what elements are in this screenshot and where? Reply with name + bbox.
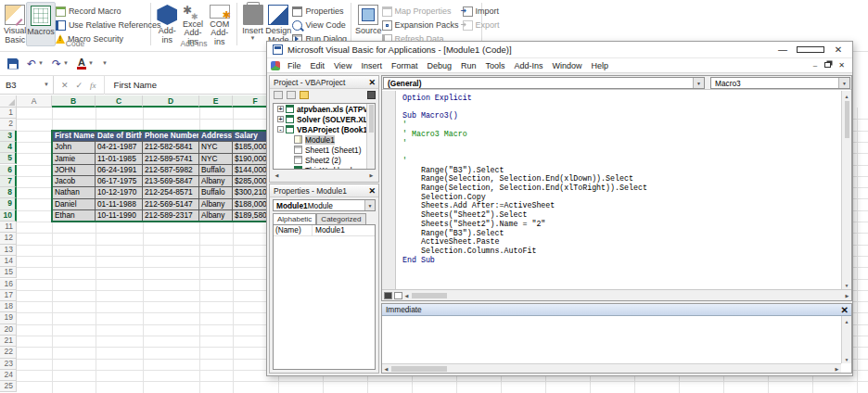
column-header-B[interactable]: B xyxy=(52,95,96,108)
scroll-right-icon[interactable]: ▶ xyxy=(833,366,841,372)
select-all-corner[interactable] xyxy=(0,95,17,108)
data-table[interactable]: First NameDate of BirthPhone NumberAddre… xyxy=(52,131,278,222)
mdi-minimize-button[interactable]: – xyxy=(813,61,817,70)
scroll-right-icon[interactable]: ▶ xyxy=(843,293,851,298)
table-cell[interactable]: 06-17-1975 xyxy=(96,176,143,187)
menu-view[interactable]: View xyxy=(329,61,356,70)
insert-function-icon[interactable]: fx xyxy=(90,81,96,90)
project-tree-item[interactable]: Sheet1 (Sheet1) xyxy=(274,145,375,155)
import-button[interactable]: Import xyxy=(463,6,500,17)
table-cell[interactable]: Nathan xyxy=(52,187,96,198)
close-button[interactable]: ✕ xyxy=(824,42,852,58)
record-macro-button[interactable]: Record Macro xyxy=(56,6,161,17)
table-header-cell[interactable]: First Name xyxy=(52,131,96,142)
close-icon[interactable]: ✕ xyxy=(368,78,376,87)
table-cell[interactable]: John xyxy=(52,142,96,153)
code-editor[interactable]: Option Explicit Sub Macro3()'' Macro3 Ma… xyxy=(382,91,851,289)
table-cell[interactable]: 06-24-1991 xyxy=(96,165,143,176)
row-header-19[interactable]: 19 xyxy=(0,312,17,323)
use-relative-references-button[interactable]: Use Relative References xyxy=(56,19,161,31)
immediate-vscrollbar[interactable]: ▲ ▼ xyxy=(841,316,851,363)
table-header-cell[interactable]: Phone Number xyxy=(143,131,199,142)
table-cell[interactable]: Albany xyxy=(199,199,233,210)
table-cell[interactable]: 11-01-1985 xyxy=(96,154,143,165)
table-cell[interactable]: Albany xyxy=(199,176,233,187)
table-header-cell[interactable]: Date of Birth xyxy=(96,131,143,142)
menu-tools[interactable]: Tools xyxy=(480,61,509,70)
row-header-15[interactable]: 15 xyxy=(0,267,17,278)
minimize-button[interactable]: — xyxy=(769,42,797,58)
menu-format[interactable]: Format xyxy=(387,61,423,70)
object-selector[interactable]: Module1 Module ▼ xyxy=(273,199,376,211)
row-header-18[interactable]: 18 xyxy=(0,301,17,312)
column-header-D[interactable]: D xyxy=(143,95,199,108)
maximize-button[interactable] xyxy=(797,42,824,58)
hscroll-thumb[interactable] xyxy=(391,366,447,372)
redo-button[interactable]: ↷▼ xyxy=(52,59,69,69)
menu-debug[interactable]: Debug xyxy=(422,61,456,70)
row-header-12[interactable]: 12 xyxy=(0,233,17,244)
project-tree-item[interactable]: ThisWorkbook xyxy=(274,165,375,170)
full-module-view-button[interactable] xyxy=(394,292,402,299)
table-cell[interactable]: Albany xyxy=(199,210,233,222)
column-header-C[interactable]: C xyxy=(96,95,143,108)
table-cell[interactable]: 10-11-1990 xyxy=(96,210,143,222)
scroll-down-icon[interactable]: ▼ xyxy=(845,283,849,288)
save-button[interactable] xyxy=(7,58,19,70)
project-tree-hscrollbar[interactable]: ◀ ▶ xyxy=(273,171,376,180)
vba-title-bar[interactable]: Microsoft Visual Basic for Applications … xyxy=(267,42,852,58)
row-header-16[interactable]: 16 xyxy=(0,279,17,290)
column-header-E[interactable]: E xyxy=(199,95,233,108)
row-header-9[interactable]: 9 xyxy=(0,198,17,209)
project-tree-vscrollbar[interactable] xyxy=(366,104,375,169)
table-cell[interactable]: NYC xyxy=(199,142,233,153)
cancel-entry-icon[interactable]: ✕ xyxy=(61,81,69,90)
close-icon[interactable]: ✕ xyxy=(368,186,376,196)
tab-categorized[interactable]: Categorized xyxy=(316,213,365,224)
row-header-24[interactable]: 24 xyxy=(0,370,17,381)
project-tree-item[interactable]: Module1 xyxy=(274,134,375,145)
table-header-cell[interactable]: Address xyxy=(199,131,233,142)
design-mode-button[interactable]: Design Mode xyxy=(264,2,292,46)
mdi-restore-button[interactable] xyxy=(824,61,831,70)
row-header-14[interactable]: 14 xyxy=(0,256,17,267)
menu-insert[interactable]: Insert xyxy=(356,61,387,70)
customize-qat-button[interactable]: ▼ xyxy=(102,61,108,66)
table-cell[interactable]: 212-582-5841 xyxy=(143,142,199,153)
name-box[interactable]: B3 ▼ xyxy=(0,76,54,95)
scroll-left-icon[interactable]: ◀ xyxy=(402,293,411,298)
tree-expander-icon[interactable]: + xyxy=(277,106,284,112)
row-header-3[interactable]: 3 xyxy=(0,131,17,142)
scroll-left-icon[interactable]: ◀ xyxy=(382,366,390,372)
source-button[interactable]: Source xyxy=(355,2,382,46)
row-header-10[interactable]: 10 xyxy=(0,210,17,222)
row-header-17[interactable]: 17 xyxy=(0,290,17,301)
tree-expander-icon[interactable]: - xyxy=(277,126,284,133)
menu-file[interactable]: File xyxy=(283,61,306,70)
table-cell[interactable]: 10-12-1970 xyxy=(96,187,143,198)
code-vscrollbar[interactable]: ▲ ▼ xyxy=(841,91,851,289)
procedure-view-button[interactable] xyxy=(384,292,392,299)
table-cell[interactable]: 04-21-1987 xyxy=(96,142,143,153)
menu-window[interactable]: Window xyxy=(548,61,587,70)
row-header-25[interactable]: 25 xyxy=(0,381,17,392)
expansion-packs-button[interactable]: Expansion Packs xyxy=(382,19,459,31)
table-cell[interactable]: 212-589-2317 xyxy=(143,210,199,222)
tab-alphabetic[interactable]: Alphabetic xyxy=(273,213,316,224)
mdi-close-button[interactable]: ✕ xyxy=(838,61,845,70)
immediate-header[interactable]: Immediate ✕ xyxy=(382,304,851,316)
project-tree[interactable]: +atpvbaen.xls (ATPVBAEN+Solver (SOLVER.X… xyxy=(273,103,376,170)
menu-edit[interactable]: Edit xyxy=(306,61,330,70)
properties-button[interactable]: Properties xyxy=(292,6,347,17)
row-header-1[interactable]: 1 xyxy=(0,108,17,119)
project-tree-item[interactable]: +Solver (SOLVER.XLAM) xyxy=(274,114,375,124)
immediate-hscrollbar[interactable]: ◀ ▶ xyxy=(382,363,841,373)
scroll-up-icon[interactable]: ▲ xyxy=(845,94,849,99)
hscroll-thumb[interactable] xyxy=(412,293,447,298)
tree-expander-icon[interactable]: + xyxy=(277,116,284,122)
scroll-left-icon[interactable]: ◀ xyxy=(273,172,281,178)
menu-help[interactable]: Help xyxy=(587,61,614,70)
row-header-4[interactable]: 4 xyxy=(0,142,17,153)
insert-control-button[interactable]: Insert ▼ xyxy=(241,2,264,46)
menu-addins[interactable]: Add-Ins xyxy=(509,61,547,70)
